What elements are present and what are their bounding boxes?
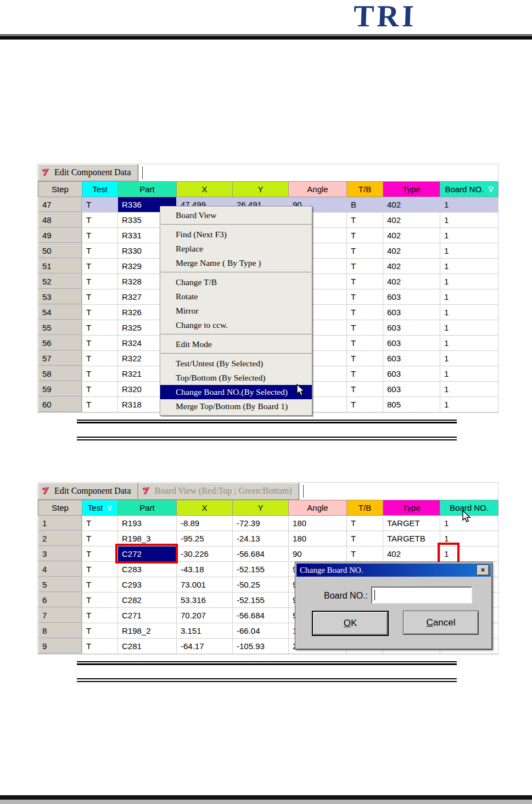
cell-part[interactable]: R198_2 <box>118 623 177 639</box>
cell-test[interactable]: T <box>82 213 118 228</box>
cell-x[interactable]: 3.151 <box>177 623 233 639</box>
cell-test[interactable]: T <box>82 243 118 259</box>
cell-type[interactable]: TARGET <box>383 516 440 531</box>
cell-type[interactable]: 603 <box>383 336 440 351</box>
cell-part[interactable]: C271 <box>118 608 177 623</box>
cell-step[interactable]: 58 <box>38 366 82 382</box>
cell-test[interactable]: T <box>82 623 118 639</box>
cell-board[interactable]: 1 <box>440 397 499 412</box>
col-header-step[interactable]: Step <box>38 500 82 516</box>
filter-icon[interactable]: ∇ <box>107 504 112 512</box>
cell-x[interactable]: -95.25 <box>177 531 233 546</box>
cell-test[interactable]: T <box>82 593 118 608</box>
cell-board[interactable]: 1 <box>440 320 499 336</box>
filter-icon[interactable]: ∇ <box>488 185 493 194</box>
menu-item[interactable]: Test/Untest (By Selected) <box>160 356 312 371</box>
cell-angle[interactable]: 180 <box>289 516 347 531</box>
board-no-input[interactable] <box>371 587 472 604</box>
cell-board[interactable]: 1 <box>440 259 499 274</box>
cell-tb[interactable]: T <box>347 289 383 305</box>
cell-tb[interactable]: T <box>347 336 383 351</box>
cell-step[interactable]: 49 <box>38 228 82 243</box>
cell-board[interactable]: 1 <box>440 305 499 320</box>
menu-item[interactable]: Rotate <box>160 289 312 304</box>
cell-type[interactable]: 402 <box>383 213 440 228</box>
cell-type[interactable]: 402 <box>383 243 440 259</box>
cell-test[interactable]: T <box>82 336 118 351</box>
col-header-tb[interactable]: T/B <box>347 182 383 197</box>
cell-board[interactable]: 1 <box>440 382 499 397</box>
cell-test[interactable]: T <box>82 639 118 654</box>
col-header-test[interactable]: Test <box>82 182 118 197</box>
cell-board[interactable]: 1 <box>440 366 499 382</box>
cell-step[interactable]: 6 <box>38 593 82 608</box>
menu-item[interactable]: Replace <box>160 242 312 256</box>
cell-step[interactable]: 1 <box>38 516 82 531</box>
cell-step[interactable]: 47 <box>38 197 82 213</box>
cell-y[interactable]: -24.13 <box>233 531 289 546</box>
col-header-type[interactable]: Type <box>383 182 440 197</box>
cell-test[interactable]: T <box>82 320 118 336</box>
cell-part[interactable]: C281 <box>118 639 177 654</box>
cell-type[interactable]: 603 <box>383 351 440 366</box>
cell-tb[interactable]: T <box>347 531 383 546</box>
cell-test[interactable]: T <box>82 259 118 274</box>
cell-test[interactable]: T <box>82 305 118 320</box>
cell-step[interactable]: 3 <box>38 546 82 562</box>
cell-test[interactable]: T <box>82 397 118 412</box>
cell-y[interactable]: -66.04 <box>233 623 289 639</box>
cell-y[interactable]: -50.25 <box>233 577 289 593</box>
cell-type[interactable]: 603 <box>383 366 440 382</box>
cell-step[interactable]: 56 <box>38 336 82 351</box>
cell-y[interactable]: -105.93 <box>233 639 289 654</box>
cell-x[interactable]: 73.001 <box>177 577 233 593</box>
cell-test[interactable]: T <box>82 562 118 577</box>
cell-angle[interactable]: 180 <box>289 531 347 546</box>
cancel-button[interactable]: Cancel <box>403 611 479 635</box>
cell-test[interactable]: T <box>82 228 118 243</box>
col-header-x[interactable]: X <box>177 182 233 197</box>
cell-tb[interactable]: T <box>347 397 383 412</box>
cell-test[interactable]: T <box>82 382 118 397</box>
cell-step[interactable]: 59 <box>38 382 82 397</box>
menu-item[interactable]: Merge Name ( By Type ) <box>160 256 312 270</box>
cell-step[interactable]: 50 <box>38 243 82 259</box>
close-icon[interactable]: × <box>477 565 489 576</box>
menu-item[interactable]: Board View <box>160 208 312 222</box>
cell-test[interactable]: T <box>82 274 118 289</box>
cell-board[interactable]: 1 <box>440 336 499 351</box>
cell-tb[interactable]: T <box>347 382 383 397</box>
cell-type[interactable]: TARGETB <box>383 531 440 546</box>
col-header-x[interactable]: X <box>177 500 233 516</box>
cell-tb[interactable]: T <box>347 351 383 366</box>
cell-part[interactable]: R193 <box>118 516 177 531</box>
cell-board[interactable]: 1 <box>440 289 499 305</box>
cell-board[interactable]: 1 <box>440 243 499 259</box>
cell-type[interactable]: 805 <box>383 397 440 412</box>
menu-item[interactable]: Find (Next F3) <box>160 227 312 242</box>
cell-type[interactable]: 603 <box>383 382 440 397</box>
cell-board[interactable]: 1 <box>440 351 499 366</box>
cell-tb[interactable]: T <box>347 516 383 531</box>
cell-type[interactable]: 402 <box>383 546 440 562</box>
menu-item[interactable]: Mirror <box>160 304 312 318</box>
cell-step[interactable]: 48 <box>38 213 82 228</box>
col-header-tb[interactable]: T/B <box>347 500 383 516</box>
cell-y[interactable]: -72.39 <box>233 516 289 531</box>
cell-step[interactable]: 52 <box>38 274 82 289</box>
cell-x[interactable]: -43.18 <box>177 562 233 577</box>
tab-edit-component-data[interactable]: Edit Component Data <box>38 164 138 181</box>
cell-y[interactable]: -56.684 <box>233 546 289 562</box>
cell-board[interactable]: 1 <box>440 213 499 228</box>
tab-edit-component-data[interactable]: Edit Component Data <box>38 483 138 500</box>
cell-part[interactable]: C282 <box>118 593 177 608</box>
menu-item[interactable]: Edit Mode <box>160 337 312 351</box>
cell-step[interactable]: 53 <box>38 289 82 305</box>
cell-test[interactable]: T <box>82 289 118 305</box>
cell-type[interactable]: 402 <box>383 259 440 274</box>
cell-type[interactable]: 603 <box>383 289 440 305</box>
cell-tb[interactable]: T <box>347 274 383 289</box>
col-header-angle[interactable]: Angle <box>289 500 347 516</box>
cell-x[interactable]: -30.226 <box>177 546 233 562</box>
cell-type[interactable]: 402 <box>383 197 440 213</box>
